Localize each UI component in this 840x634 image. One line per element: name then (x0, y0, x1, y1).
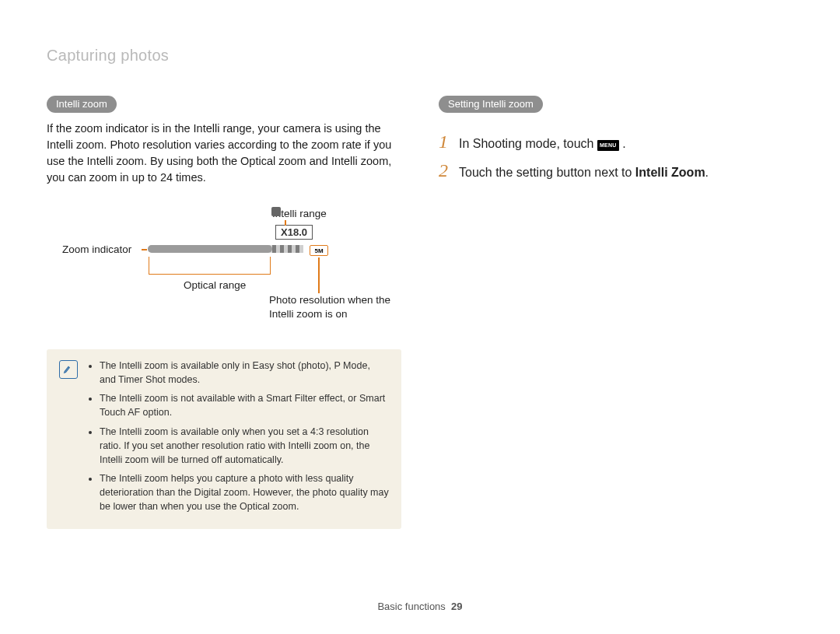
footer-section: Basic functions (377, 601, 445, 612)
zoom-value-box: X18.0 (275, 225, 313, 240)
callout-line-icon (285, 220, 286, 226)
zoom-indicator-label: Zoom indicator (62, 243, 131, 255)
step-text-bold: Intelli Zoom (635, 166, 705, 179)
step-text-post: . (619, 137, 626, 150)
step-text-post: . (705, 166, 709, 179)
step-number: 1 (439, 131, 451, 152)
left-column: Intelli zoom If the zoom indicator is in… (47, 96, 401, 529)
note-box: The Intelli zoom is available only in Ea… (47, 349, 401, 529)
optical-range-label: Optical range (184, 279, 246, 291)
page-title: Capturing photos (47, 47, 793, 65)
note-item: The Intelli zoom is available only in Ea… (100, 359, 389, 387)
zoom-diagram: Intelli range Zoom indicator Optical ran… (47, 208, 401, 332)
step-text-pre: In Shooting mode, touch (459, 137, 597, 150)
columns: Intelli zoom If the zoom indicator is in… (47, 96, 793, 529)
setting-intelli-zoom-heading-pill: Setting Intelli zoom (439, 96, 543, 113)
intelli-zoom-paragraph: If the zoom indicator is in the Intelli … (47, 121, 401, 186)
resolution-5m-icon: 5M (310, 245, 328, 256)
step-1: 1 In Shooting mode, touch MENU . (439, 131, 793, 152)
callout-line-icon (318, 257, 320, 293)
page-footer: Basic functions 29 (0, 601, 840, 612)
step-number: 2 (439, 160, 451, 181)
intelli-zoom-heading-pill: Intelli zoom (47, 96, 117, 113)
step-2: 2 Touch the setting button next to Intel… (439, 160, 793, 181)
step-text: In Shooting mode, touch MENU . (459, 135, 626, 152)
note-item: The Intelli zoom is available only when … (100, 425, 389, 467)
zoom-bar-intelli-segment (272, 245, 303, 253)
callout-line-icon (142, 249, 147, 250)
manual-page: Capturing photos Intelli zoom If the zoo… (0, 0, 840, 634)
right-column: Setting Intelli zoom 1 In Shooting mode,… (439, 96, 793, 529)
zoom-bar (148, 245, 303, 253)
note-icon (59, 360, 78, 379)
note-item: The Intelli zoom is not available with a… (100, 391, 389, 419)
footer-page-number: 29 (451, 601, 462, 612)
zoom-bar-tick-icon (271, 207, 281, 216)
step-text-pre: Touch the setting button next to (459, 166, 635, 179)
menu-icon: MENU (597, 140, 619, 151)
optical-range-bracket-icon (149, 257, 271, 275)
step-text: Touch the setting button next to Intelli… (459, 164, 709, 181)
note-list: The Intelli zoom is available only in Ea… (89, 359, 389, 518)
note-item: The Intelli zoom helps you capture a pho… (100, 471, 389, 513)
photo-resolution-label: Photo resolution when the Intelli zoom i… (269, 293, 401, 321)
zoom-bar-fill (148, 245, 272, 253)
